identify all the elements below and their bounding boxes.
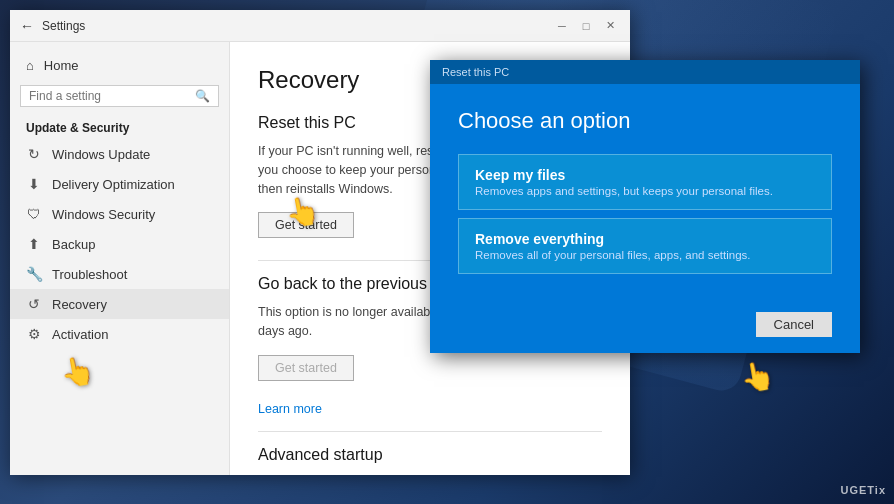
remove-everything-option[interactable]: Remove everything Removes all of your pe… bbox=[458, 218, 832, 274]
sidebar-item-home[interactable]: ⌂ Home bbox=[10, 52, 229, 79]
sidebar-home-label: Home bbox=[44, 58, 79, 73]
remove-everything-title: Remove everything bbox=[475, 231, 815, 247]
title-bar-controls: ─ □ ✕ bbox=[552, 16, 620, 36]
home-icon: ⌂ bbox=[26, 58, 34, 73]
reset-dialog-titlebar: Reset this PC bbox=[430, 60, 860, 84]
windows-security-icon: 🛡 bbox=[26, 206, 42, 222]
reset-get-started-button[interactable]: Get started bbox=[258, 212, 354, 238]
title-bar: ← Settings ─ □ ✕ bbox=[10, 10, 630, 42]
window-title: Settings bbox=[42, 19, 85, 33]
sidebar-delivery-optimization-label: Delivery Optimization bbox=[52, 177, 175, 192]
close-button[interactable]: ✕ bbox=[600, 16, 620, 36]
reset-dialog-heading: Choose an option bbox=[458, 108, 832, 134]
title-bar-left: ← Settings bbox=[20, 18, 85, 34]
search-icon: 🔍 bbox=[195, 89, 210, 103]
reset-dialog: Reset this PC Choose an option Keep my f… bbox=[430, 60, 860, 353]
sidebar-item-recovery[interactable]: ↺ Recovery bbox=[10, 289, 229, 319]
sidebar-activation-label: Activation bbox=[52, 327, 108, 342]
keep-files-desc: Removes apps and settings, but keeps you… bbox=[475, 185, 815, 197]
sidebar-category-label: Update & Security bbox=[10, 113, 229, 139]
activation-icon: ⚙ bbox=[26, 326, 42, 342]
cancel-button[interactable]: Cancel bbox=[756, 312, 832, 337]
delivery-optimization-icon: ⬇ bbox=[26, 176, 42, 192]
sidebar-windows-update-label: Windows Update bbox=[52, 147, 150, 162]
sidebar-item-windows-security[interactable]: 🛡 Windows Security bbox=[10, 199, 229, 229]
reset-dialog-footer: Cancel bbox=[430, 302, 860, 353]
sidebar-item-delivery-optimization[interactable]: ⬇ Delivery Optimization bbox=[10, 169, 229, 199]
sidebar-windows-security-label: Windows Security bbox=[52, 207, 155, 222]
sidebar-troubleshoot-label: Troubleshoot bbox=[52, 267, 127, 282]
troubleshoot-icon: 🔧 bbox=[26, 266, 42, 282]
section-divider-2 bbox=[258, 431, 602, 432]
reset-dialog-content: Choose an option Keep my files Removes a… bbox=[430, 84, 860, 302]
minimize-button[interactable]: ─ bbox=[552, 16, 572, 36]
back-button[interactable]: ← bbox=[20, 18, 34, 34]
search-input[interactable] bbox=[29, 89, 191, 103]
keep-files-title: Keep my files bbox=[475, 167, 815, 183]
sidebar-backup-label: Backup bbox=[52, 237, 95, 252]
remove-everything-desc: Removes all of your personal files, apps… bbox=[475, 249, 815, 261]
sidebar-item-activation[interactable]: ⚙ Activation bbox=[10, 319, 229, 349]
sidebar-item-backup[interactable]: ⬆ Backup bbox=[10, 229, 229, 259]
go-back-get-started-button[interactable]: Get started bbox=[258, 355, 354, 381]
learn-more-link[interactable]: Learn more bbox=[258, 402, 322, 416]
sidebar-item-troubleshoot[interactable]: 🔧 Troubleshoot bbox=[10, 259, 229, 289]
sidebar: ⌂ Home 🔍 Update & Security ↻ Windows Upd… bbox=[10, 42, 230, 475]
maximize-button[interactable]: □ bbox=[576, 16, 596, 36]
windows-update-icon: ↻ bbox=[26, 146, 42, 162]
sidebar-recovery-label: Recovery bbox=[52, 297, 107, 312]
sidebar-search-box[interactable]: 🔍 bbox=[20, 85, 219, 107]
sidebar-item-windows-update[interactable]: ↻ Windows Update bbox=[10, 139, 229, 169]
backup-icon: ⬆ bbox=[26, 236, 42, 252]
watermark: UGETix bbox=[840, 484, 886, 496]
keep-files-option[interactable]: Keep my files Removes apps and settings,… bbox=[458, 154, 832, 210]
advanced-startup-title: Advanced startup bbox=[258, 446, 602, 464]
recovery-icon: ↺ bbox=[26, 296, 42, 312]
